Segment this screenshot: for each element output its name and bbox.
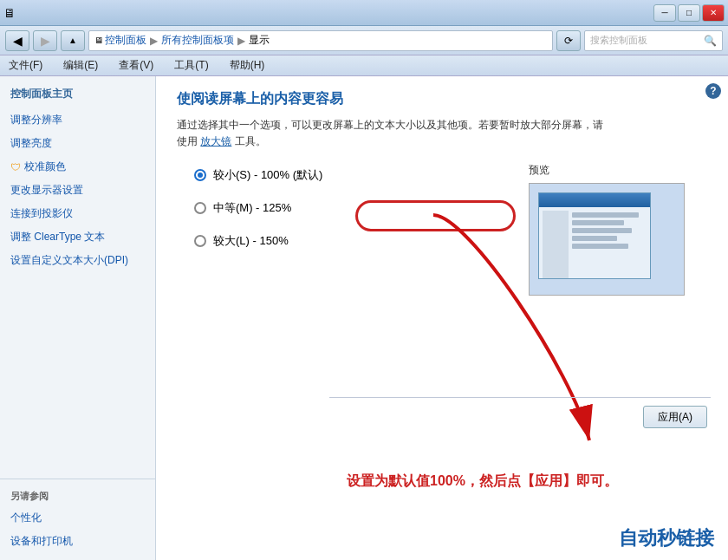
preview-window — [538, 192, 651, 279]
shield-icon: 🛡 — [10, 161, 21, 173]
content-area: ? 使阅读屏幕上的内容更容易 通过选择其中一个选项，可以更改屏幕上的文本大小以及… — [156, 76, 728, 560]
menu-bar: 文件(F) 编辑(E) 查看(V) 工具(T) 帮助(H) — [0, 55, 728, 76]
back-icon: ◀ — [13, 34, 23, 48]
preview-line-3 — [572, 228, 632, 233]
sidebar-divider — [0, 479, 155, 479]
sidebar-item-display-settings[interactable]: 更改显示器设置 — [0, 179, 155, 202]
sidebar: 控制面板主页 调整分辨率 调整亮度 🛡 校准颜色 更改显示器设置 连接到投影仪 … — [0, 76, 156, 560]
magnifier-link[interactable]: 放大镜 — [200, 135, 231, 147]
apply-button[interactable]: 应用(A) — [643, 406, 707, 428]
sidebar-item-brightness[interactable]: 调整亮度 — [0, 132, 155, 155]
breadcrumb-part1[interactable]: 控制面板 — [105, 33, 146, 48]
refresh-icon: ⟳ — [564, 35, 573, 47]
window-icon: 🖥 — [3, 6, 16, 20]
up-icon: ▲ — [68, 36, 77, 45]
sidebar-item-devices[interactable]: 设备和打印机 — [0, 530, 155, 553]
content-description: 通过选择其中一个选项，可以更改屏幕上的文本大小以及其他项。若要暂时放大部分屏幕，… — [177, 117, 610, 150]
title-bar-left: 🖥 — [3, 6, 16, 20]
sidebar-item-calibrate-label: 校准颜色 — [24, 160, 66, 174]
maximize-button[interactable]: □ — [678, 4, 700, 22]
preview-line-4 — [572, 236, 617, 241]
preview-title-bar — [539, 193, 650, 207]
menu-edit[interactable]: 编辑(E) — [60, 56, 101, 75]
breadcrumb-part3: 显示 — [249, 33, 270, 48]
watermark: 自动秒链接 — [619, 525, 714, 551]
sidebar-item-calibrate[interactable]: 🛡 校准颜色 — [0, 155, 155, 179]
forward-button[interactable]: ▶ — [33, 30, 57, 51]
radio-circle-medium[interactable] — [194, 202, 206, 214]
content-title: 使阅读屏幕上的内容更容易 — [177, 90, 707, 108]
preview-sidebar-mini — [543, 211, 569, 278]
sidebar-item-dpi[interactable]: 设置自定义文本大小(DPI) — [0, 249, 155, 272]
search-box[interactable]: 搜索控制面板 🔍 — [584, 30, 723, 51]
preview-lines — [572, 211, 647, 278]
sidebar-item-projector[interactable]: 连接到投影仪 — [0, 202, 155, 225]
preview-area: 预览 — [529, 163, 702, 296]
breadcrumb: 🖥 控制面板 ▶ 所有控制面板项 ▶ 显示 — [88, 30, 553, 51]
title-bar-controls: ─ □ ✕ — [653, 4, 725, 22]
preview-line-5 — [572, 244, 628, 249]
menu-file[interactable]: 文件(F) — [5, 56, 46, 75]
minimize-button[interactable]: ─ — [653, 4, 676, 22]
bottom-instruction: 设置为默认值100%，然后点【应用】即可。 — [347, 472, 711, 491]
search-icon: 🔍 — [704, 35, 717, 47]
search-placeholder-text: 搜索控制面板 — [590, 34, 647, 47]
title-bar: 🖥 ─ □ ✕ — [0, 0, 728, 26]
radio-dot-small — [198, 173, 203, 178]
radio-circle-small[interactable] — [194, 169, 206, 181]
refresh-button[interactable]: ⟳ — [556, 30, 581, 51]
sidebar-title[interactable]: 控制面板主页 — [0, 83, 155, 108]
sidebar-item-cleartype[interactable]: 调整 ClearType 文本 — [0, 225, 155, 249]
menu-tools[interactable]: 工具(T) — [171, 56, 211, 75]
main-layout: 控制面板主页 调整分辨率 调整亮度 🛡 校准颜色 更改显示器设置 连接到投影仪 … — [0, 76, 728, 560]
breadcrumb-icon: 🖥 — [94, 36, 103, 45]
preview-content — [539, 207, 650, 282]
breadcrumb-sep1: ▶ — [150, 35, 158, 47]
sidebar-spacer — [0, 272, 155, 472]
back-button[interactable]: ◀ — [5, 30, 29, 51]
also-see-title: 另请参阅 — [0, 486, 155, 506]
forward-icon: ▶ — [41, 34, 50, 48]
sidebar-item-personalize[interactable]: 个性化 — [0, 506, 155, 530]
up-button[interactable]: ▲ — [61, 30, 85, 51]
preview-line-1 — [572, 212, 639, 218]
menu-help[interactable]: 帮助(H) — [226, 56, 269, 75]
preview-label: 预览 — [529, 163, 702, 178]
radio-label-small: 较小(S) - 100% (默认) — [213, 167, 322, 183]
preview-line-2 — [572, 220, 624, 225]
h-divider — [329, 397, 711, 398]
radio-label-large: 较大(L) - 150% — [213, 233, 289, 249]
address-bar: ◀ ▶ ▲ 🖥 控制面板 ▶ 所有控制面板项 ▶ 显示 ⟳ 搜索控制面板 🔍 — [0, 26, 728, 55]
radio-label-medium: 中等(M) - 125% — [213, 200, 291, 216]
sidebar-item-resolution[interactable]: 调整分辨率 — [0, 108, 155, 132]
preview-box — [529, 183, 685, 296]
breadcrumb-part2[interactable]: 所有控制面板项 — [161, 33, 234, 48]
close-button[interactable]: ✕ — [702, 4, 725, 22]
breadcrumb-sep2: ▶ — [237, 35, 245, 47]
menu-view[interactable]: 查看(V) — [115, 56, 157, 75]
desc-part2: 工具。 — [235, 135, 266, 147]
radio-circle-large[interactable] — [194, 235, 206, 247]
help-icon[interactable]: ? — [705, 83, 721, 99]
